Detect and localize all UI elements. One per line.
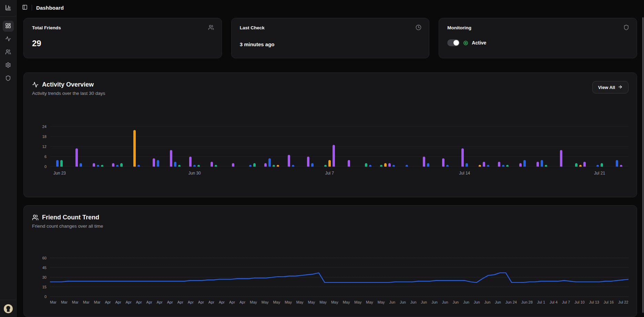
bar-blue[interactable]	[427, 163, 429, 167]
bar-purple[interactable]	[348, 160, 350, 167]
stat-label: Last Check	[240, 25, 421, 30]
friend-count-trend-card: Friend Count Trend Friend count changes …	[23, 205, 637, 317]
x-tick-label: May	[250, 300, 257, 304]
shield-icon	[5, 75, 11, 82]
app-logo[interactable]	[0, 0, 16, 17]
bar-group	[89, 125, 108, 167]
bar-purple[interactable]	[583, 162, 586, 167]
bar-green[interactable]	[60, 160, 63, 167]
bar-purple[interactable]	[170, 150, 172, 167]
bar-group	[474, 125, 493, 167]
sidebar-item-friends[interactable]	[3, 47, 14, 58]
bar-purple[interactable]	[75, 148, 78, 167]
bar-blue[interactable]	[466, 163, 468, 167]
bar-purple[interactable]	[423, 157, 425, 167]
monitoring-toggle[interactable]	[447, 39, 460, 46]
bar-purple[interactable]	[519, 163, 522, 167]
bar-purple[interactable]	[189, 157, 192, 167]
activity-y-axis: 06121824	[32, 125, 50, 167]
bar-blue[interactable]	[56, 160, 59, 167]
x-tick-label: Jun 28	[521, 300, 533, 304]
x-tick-label: May	[331, 300, 338, 304]
bar-blue[interactable]	[80, 163, 82, 167]
bar-purple[interactable]	[232, 163, 234, 167]
x-tick-label: Jul 21	[594, 171, 605, 176]
trend-plot	[50, 255, 628, 297]
bar-blue[interactable]	[268, 158, 271, 167]
view-all-button[interactable]: View All	[592, 81, 628, 93]
stat-label: Total Friends	[32, 25, 213, 30]
bar-blue[interactable]	[523, 160, 526, 167]
bar-group	[127, 125, 146, 167]
bar-blue[interactable]	[157, 160, 159, 167]
last-check-card: Last Check 3 minutes ago	[231, 18, 430, 58]
bar-orange[interactable]	[384, 163, 387, 167]
x-tick-label: May	[366, 300, 373, 304]
bar-group	[590, 125, 609, 167]
arrow-right-icon	[618, 85, 623, 90]
x-tick-label: May	[354, 300, 361, 304]
trend-line-svg[interactable]	[50, 258, 628, 297]
sidebar-item-activity[interactable]	[3, 34, 14, 45]
bar-blue[interactable]	[541, 160, 543, 167]
bar-purple[interactable]	[112, 163, 114, 167]
sidebar-item-dashboard[interactable]	[3, 21, 14, 32]
sidebar-toggle-button[interactable]	[22, 4, 28, 11]
trend-title-row: Friend Count Trend	[32, 214, 103, 221]
bar-green[interactable]	[601, 163, 603, 167]
bar-blue[interactable]	[174, 162, 176, 167]
bar-purple[interactable]	[388, 163, 391, 167]
sidebar	[0, 0, 17, 317]
bar-blue[interactable]	[311, 163, 314, 167]
user-avatar[interactable]	[4, 304, 13, 313]
bar-purple[interactable]	[442, 158, 444, 167]
bar-green[interactable]	[253, 163, 256, 167]
x-tick-label: Jun	[400, 300, 406, 304]
page-title: Dashboard	[36, 5, 64, 11]
bar-purple[interactable]	[264, 163, 267, 167]
bar-group	[166, 125, 185, 167]
x-tick-label: Apr	[146, 300, 152, 304]
users-icon	[32, 214, 39, 221]
sidebar-item-security[interactable]	[3, 73, 14, 84]
x-tick-label: Apr	[198, 300, 204, 304]
bar-blue[interactable]	[616, 160, 618, 167]
monitoring-card: Monitoring Active	[439, 18, 637, 58]
bar-group	[224, 125, 243, 167]
bar-green[interactable]	[120, 163, 123, 167]
activity-title-row: Activity Overview	[32, 81, 105, 88]
bar-group	[493, 125, 513, 167]
topbar: Dashboard	[17, 0, 644, 15]
bar-group	[455, 125, 474, 167]
status-badge: Active	[472, 40, 486, 46]
scrollbar-thumb[interactable]	[642, 17, 644, 313]
x-tick-label: May	[378, 300, 385, 304]
x-tick-label: Apr	[157, 300, 163, 304]
bar-green[interactable]	[365, 163, 367, 167]
x-tick-label: Apr	[177, 300, 183, 304]
bar-group	[50, 125, 69, 167]
bar-purple[interactable]	[333, 145, 335, 167]
bar-purple[interactable]	[483, 162, 485, 167]
bar-purple[interactable]	[498, 162, 500, 167]
monitoring-status-row: Active	[447, 39, 628, 46]
bar-group	[358, 125, 378, 167]
bar-purple[interactable]	[560, 150, 562, 167]
bar-purple[interactable]	[536, 162, 539, 167]
sidebar-item-settings[interactable]	[3, 60, 14, 71]
toggle-knob	[453, 40, 459, 46]
trend-y-axis: 015304560	[32, 255, 50, 297]
x-tick-label: Apr	[115, 300, 121, 304]
bar-purple[interactable]	[461, 148, 464, 167]
bar-purple[interactable]	[307, 157, 309, 167]
bar-orange[interactable]	[133, 130, 136, 167]
bar-orange[interactable]	[328, 160, 331, 167]
bar-green[interactable]	[575, 163, 577, 167]
x-tick-label: Jul 7	[562, 300, 570, 304]
bar-chart-icon	[5, 4, 11, 12]
bar-purple[interactable]	[93, 163, 95, 167]
bar-purple[interactable]	[153, 158, 155, 167]
bar-purple[interactable]	[288, 155, 290, 167]
bar-purple[interactable]	[211, 162, 213, 167]
panel-left-icon	[22, 4, 28, 11]
